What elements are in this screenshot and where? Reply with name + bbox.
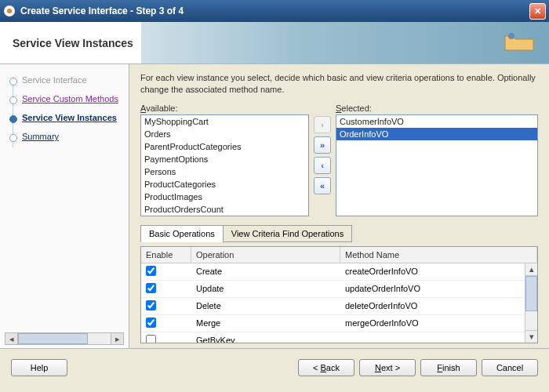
- col-enable[interactable]: Enable: [141, 247, 191, 263]
- nav-step[interactable]: Service View Instances: [0, 108, 129, 127]
- scroll-down-icon[interactable]: ▾: [525, 330, 537, 343]
- ops-tabs: Basic Operations View Criteria Find Oper…: [140, 224, 538, 241]
- nav-link[interactable]: Service Custom Methods: [22, 94, 118, 103]
- grid-v-scrollbar[interactable]: ▴ ▾: [525, 263, 537, 343]
- operation-cell: GetByKey: [191, 333, 340, 343]
- nav-step[interactable]: Summary: [0, 127, 129, 146]
- footer: Help < Back Next > Finish Cancel: [0, 348, 549, 386]
- title-bar: Create Service Interface - Step 3 of 4 ✕: [0, 0, 549, 22]
- scroll-up-icon[interactable]: ▴: [525, 263, 537, 276]
- method-cell[interactable]: mergeOrderInfoVO: [340, 316, 537, 330]
- shuttle-buttons: › » ‹ «: [314, 103, 331, 194]
- enable-checkbox[interactable]: [146, 300, 156, 310]
- enable-checkbox[interactable]: [146, 283, 156, 293]
- table-row: MergemergeOrderInfoVO: [141, 315, 537, 332]
- list-item[interactable]: Persons: [141, 165, 308, 178]
- operation-cell: Delete: [191, 299, 340, 313]
- header-band: Service View Instances: [0, 22, 549, 64]
- available-label: Available:: [140, 103, 309, 113]
- close-button[interactable]: ✕: [529, 3, 546, 20]
- nav-h-scrollbar[interactable]: ◂ ▸: [5, 332, 124, 345]
- header-art: [141, 22, 549, 64]
- method-cell[interactable]: [340, 338, 537, 343]
- operation-cell: Update: [191, 281, 340, 296]
- scroll-left-icon[interactable]: ◂: [5, 333, 18, 344]
- enable-checkbox[interactable]: [146, 335, 156, 343]
- nav-step[interactable]: Service Custom Methods: [0, 89, 129, 108]
- move-all-left-button[interactable]: «: [314, 177, 331, 194]
- finish-button[interactable]: Finish: [420, 359, 477, 376]
- enable-checkbox[interactable]: [146, 318, 156, 328]
- move-right-button[interactable]: ›: [314, 116, 331, 133]
- list-item[interactable]: ProductImages: [141, 191, 308, 203]
- table-row: DeletedeleteOrderInfoVO: [141, 298, 537, 315]
- svg-point-1: [7, 9, 12, 13]
- table-row: CreatecreateOrderInfoVO: [141, 263, 537, 281]
- selected-listbox[interactable]: CustomerInfoVOOrderInfoVO: [336, 114, 538, 216]
- col-operation[interactable]: Operation: [191, 247, 340, 263]
- back-button[interactable]: < Back: [298, 359, 354, 376]
- svg-point-2: [508, 33, 514, 39]
- nav-link[interactable]: Service View Instances: [22, 113, 117, 122]
- window-title: Create Service Interface - Step 3 of 4: [20, 5, 529, 16]
- page-title: Service View Instances: [0, 37, 141, 49]
- move-left-button[interactable]: ‹: [314, 157, 331, 174]
- help-button[interactable]: Help: [11, 359, 67, 376]
- list-item[interactable]: OrderInfoVO: [336, 128, 537, 140]
- list-item[interactable]: PaymentOptions: [141, 153, 308, 165]
- available-listbox[interactable]: MyShoppingCartOrdersParentProductCategor…: [140, 114, 309, 216]
- scroll-right-icon[interactable]: ▸: [111, 333, 123, 344]
- tab-basic-operations[interactable]: Basic Operations: [140, 225, 224, 242]
- nav-link[interactable]: Summary: [22, 132, 59, 141]
- cancel-button[interactable]: Cancel: [482, 359, 538, 376]
- scroll-thumb[interactable]: [18, 333, 88, 344]
- list-item[interactable]: ProductOrdersCount: [141, 203, 308, 216]
- enable-checkbox[interactable]: [146, 266, 156, 276]
- list-item[interactable]: CustomerInfoVO: [336, 115, 537, 128]
- grid-scroll-thumb[interactable]: [525, 276, 537, 311]
- method-cell[interactable]: updateOrderInfoVO: [340, 281, 537, 296]
- method-cell[interactable]: createOrderInfoVO: [340, 264, 537, 278]
- wizard-nav: Service InterfaceService Custom MethodsS…: [0, 64, 129, 348]
- col-method[interactable]: Method Name: [340, 247, 537, 263]
- tab-view-criteria[interactable]: View Criteria Find Operations: [223, 225, 352, 242]
- list-item[interactable]: MyShoppingCart: [141, 115, 308, 128]
- ops-grid: Enable Operation Method Name Createcreat…: [140, 246, 538, 343]
- selected-label: Selected:: [336, 103, 538, 113]
- table-row: GetByKey: [141, 332, 537, 343]
- folder-icon: [504, 30, 535, 53]
- list-item[interactable]: ProductCategories: [141, 178, 308, 191]
- move-all-right-button[interactable]: »: [314, 136, 331, 154]
- main-panel: For each view instance you select, decid…: [129, 64, 549, 348]
- next-button[interactable]: Next >: [359, 359, 416, 376]
- app-icon: [3, 5, 16, 17]
- table-row: UpdateupdateOrderInfoVO: [141, 281, 537, 298]
- intro-text: For each view instance you select, decid…: [140, 72, 538, 96]
- operation-cell: Create: [191, 264, 340, 278]
- list-item[interactable]: Orders: [141, 128, 308, 140]
- method-cell[interactable]: deleteOrderInfoVO: [340, 299, 537, 313]
- nav-step: Service Interface: [0, 71, 129, 89]
- operation-cell: Merge: [191, 316, 340, 330]
- list-item[interactable]: ParentProductCategories: [141, 140, 308, 153]
